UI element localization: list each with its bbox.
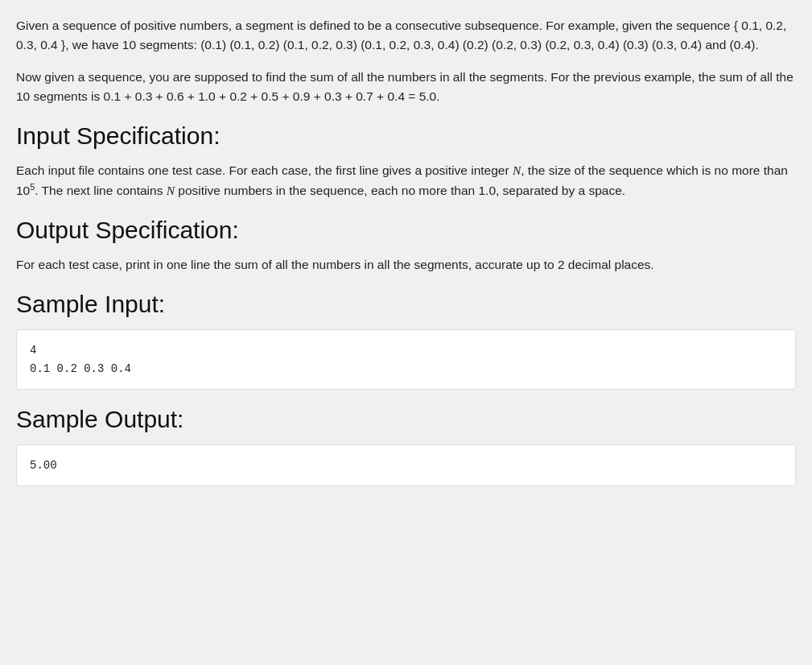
math-N-1: N: [513, 163, 521, 177]
problem-description-section: Given a sequence of positive numbers, a …: [16, 16, 796, 106]
input-spec-description: Each input file contains one test case. …: [16, 161, 796, 200]
output-spec-heading: Output Specification:: [16, 217, 796, 244]
sample-output-block: 5.00: [16, 444, 796, 486]
sample-input-section: Sample Input: 4 0.1 0.2 0.3 0.4: [16, 291, 796, 390]
sample-input-block: 4 0.1 0.2 0.3 0.4: [16, 329, 796, 390]
superscript-5: 5: [30, 182, 35, 192]
output-spec-description: For each test case, print in one line th…: [16, 255, 796, 275]
input-spec-heading: Input Specification:: [16, 122, 796, 150]
sample-output-section: Sample Output: 5.00: [16, 406, 796, 486]
sample-input-line2: 0.1 0.2 0.3 0.4: [30, 360, 782, 378]
input-specification-section: Input Specification: Each input file con…: [16, 122, 796, 200]
sample-input-line1: 4: [30, 341, 782, 359]
sample-output-heading: Sample Output:: [16, 406, 796, 433]
description-paragraph-1: Given a sequence of positive numbers, a …: [16, 16, 796, 55]
description-paragraph-2: Now given a sequence, you are supposed t…: [16, 68, 796, 106]
output-specification-section: Output Specification: For each test case…: [16, 217, 796, 275]
math-N-2: N: [167, 184, 175, 197]
page-container: Given a sequence of positive numbers, a …: [0, 0, 812, 535]
sample-output-line1: 5.00: [30, 456, 782, 474]
sample-input-heading: Sample Input:: [16, 291, 796, 318]
